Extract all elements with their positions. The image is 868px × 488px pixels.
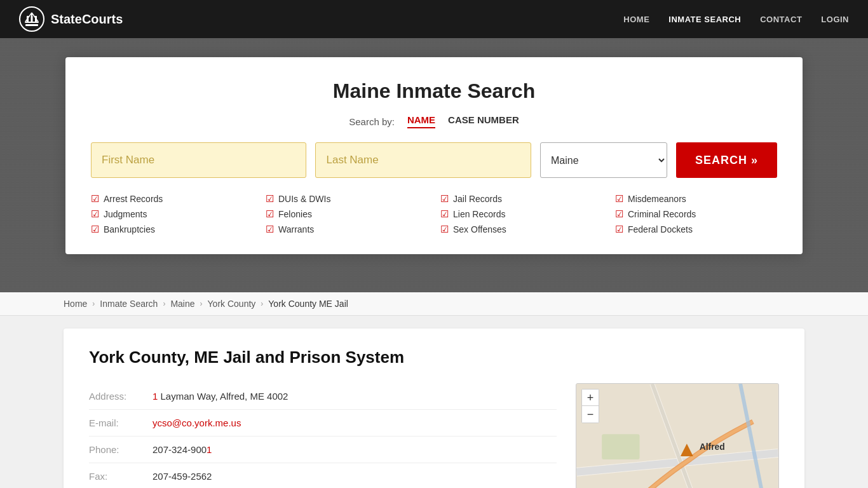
breadcrumb-link[interactable]: Inmate Search — [100, 299, 158, 309]
search-button[interactable]: SEARCH » — [676, 142, 777, 178]
check-item: ☑ Judgments — [91, 208, 253, 220]
state-select[interactable]: MaineAlabamaAlaskaArizonaArkansasCalifor… — [540, 142, 667, 178]
check-label: Federal Dockets — [628, 224, 693, 234]
info-layout: Address: 1 Layman Way, Alfred, ME 4002 E… — [89, 383, 779, 488]
email-link[interactable]: ycso@co.york.me.us — [153, 417, 241, 428]
breadcrumb-separator: › — [163, 299, 165, 308]
check-icon: ☑ — [266, 224, 274, 235]
svg-rect-1 — [25, 24, 38, 26]
svg-text:Alfred: Alfred — [700, 442, 725, 452]
check-icon: ☑ — [266, 193, 274, 205]
map-area: + − — [576, 383, 779, 488]
hero-section: COURTHOUSE Maine Inmate Search Search by… — [0, 38, 868, 292]
phone-label: Phone: — [89, 444, 140, 455]
nav-inmate-search[interactable]: INMATE SEARCH — [668, 15, 741, 24]
check-label: Felonies — [278, 209, 312, 219]
last-name-input[interactable] — [315, 142, 531, 178]
search-by-label: Search by: — [349, 116, 395, 127]
first-name-input[interactable] — [91, 142, 306, 178]
svg-rect-14 — [602, 434, 639, 459]
breadcrumb-link[interactable]: Home — [64, 299, 87, 309]
breadcrumb-separator: › — [261, 299, 263, 308]
breadcrumb: Home›Inmate Search›Maine›York County›Yor… — [0, 292, 868, 316]
breadcrumb-link[interactable]: York County — [208, 299, 256, 309]
check-label: Sex Offenses — [453, 224, 506, 234]
fax-label: Fax: — [89, 471, 140, 482]
email-value: ycso@co.york.me.us — [153, 417, 241, 428]
check-icon: ☑ — [615, 193, 623, 205]
check-label: Arrest Records — [104, 194, 163, 204]
check-label: Warrants — [278, 224, 314, 234]
nav-links: HOME INMATE SEARCH CONTACT LOGIN — [623, 15, 849, 24]
address-highlight: 1 — [153, 391, 158, 402]
check-label: Jail Records — [453, 194, 502, 204]
svg-rect-8 — [35, 16, 37, 22]
check-icon: ☑ — [266, 208, 274, 220]
jail-title: York County, ME Jail and Prison System — [89, 348, 779, 367]
email-row: E-mail: ycso@co.york.me.us — [89, 410, 557, 437]
logo-area: StateCourts — [19, 6, 123, 32]
nav-home[interactable]: HOME — [623, 15, 649, 24]
search-card: Maine Inmate Search Search by: NAME CASE… — [65, 57, 803, 254]
check-item: ☑ Sex Offenses — [440, 224, 602, 235]
check-item: ☑ Arrest Records — [91, 193, 253, 205]
map-zoom-out[interactable]: − — [582, 406, 599, 423]
svg-rect-7 — [31, 16, 33, 22]
header: StateCourts HOME INMATE SEARCH CONTACT L… — [0, 0, 868, 38]
check-label: Judgments — [104, 209, 147, 219]
check-item: ☑ Felonies — [266, 208, 428, 220]
breadcrumb-link[interactable]: Maine — [170, 299, 194, 309]
map-svg: Alfred — [576, 384, 778, 488]
search-by-row: Search by: NAME CASE NUMBER — [91, 114, 777, 128]
tab-case-number[interactable]: CASE NUMBER — [448, 114, 519, 128]
fax-row: Fax: 207-459-2562 — [89, 463, 557, 488]
nav-contact[interactable]: CONTACT — [760, 15, 802, 24]
check-item: ☑ DUIs & DWIs — [266, 193, 428, 205]
address-rest: Layman Way, Alfred, ME 4002 — [161, 391, 288, 402]
logo-icon — [19, 6, 44, 32]
check-icon: ☑ — [615, 208, 623, 220]
check-label: Criminal Records — [628, 209, 696, 219]
checkboxes-grid: ☑ Arrest Records☑ DUIs & DWIs☑ Jail Reco… — [91, 193, 777, 235]
check-icon: ☑ — [440, 193, 449, 205]
check-item: ☑ Warrants — [266, 224, 428, 235]
address-label: Address: — [89, 391, 140, 402]
check-item: ☑ Federal Dockets — [615, 224, 777, 235]
logo-text: StateCourts — [51, 12, 123, 27]
map-controls: + − — [581, 389, 599, 423]
main-content: York County, ME Jail and Prison System A… — [0, 316, 868, 488]
check-item: ☑ Misdemeanors — [615, 193, 777, 205]
check-item: ☑ Bankruptcies — [91, 224, 253, 235]
phone-row: Phone: 207-324-9001 — [89, 437, 557, 463]
check-icon: ☑ — [91, 224, 99, 235]
breadcrumb-current: York County ME Jail — [268, 299, 348, 309]
tab-name[interactable]: NAME — [407, 114, 435, 128]
search-card-title: Maine Inmate Search — [91, 79, 777, 103]
phone-text: 207-324-900 — [153, 444, 207, 455]
content-card: York County, ME Jail and Prison System A… — [64, 329, 804, 488]
address-value: 1 Layman Way, Alfred, ME 4002 — [153, 391, 288, 402]
fax-value: 207-459-2562 — [153, 471, 212, 482]
check-label: Lien Records — [453, 209, 506, 219]
check-item: ☑ Criminal Records — [615, 208, 777, 220]
check-icon: ☑ — [440, 224, 449, 235]
map-zoom-in[interactable]: + — [582, 390, 599, 406]
check-item: ☑ Lien Records — [440, 208, 602, 220]
breadcrumb-separator: › — [92, 299, 95, 308]
info-table: Address: 1 Layman Way, Alfred, ME 4002 E… — [89, 383, 557, 488]
phone-highlight: 1 — [207, 444, 212, 455]
check-label: Misdemeanors — [628, 194, 686, 204]
check-label: DUIs & DWIs — [278, 194, 330, 204]
check-item: ☑ Jail Records — [440, 193, 602, 205]
email-label: E-mail: — [89, 417, 140, 428]
check-icon: ☑ — [91, 208, 99, 220]
svg-rect-2 — [25, 22, 39, 23]
check-label: Bankruptcies — [104, 224, 155, 234]
phone-value: 207-324-9001 — [153, 444, 212, 455]
search-inputs-row: MaineAlabamaAlaskaArizonaArkansasCalifor… — [91, 142, 777, 178]
check-icon: ☑ — [91, 193, 99, 205]
address-row: Address: 1 Layman Way, Alfred, ME 4002 — [89, 383, 557, 410]
check-icon: ☑ — [440, 208, 449, 220]
nav-login[interactable]: LOGIN — [821, 15, 849, 24]
svg-rect-6 — [27, 16, 29, 22]
